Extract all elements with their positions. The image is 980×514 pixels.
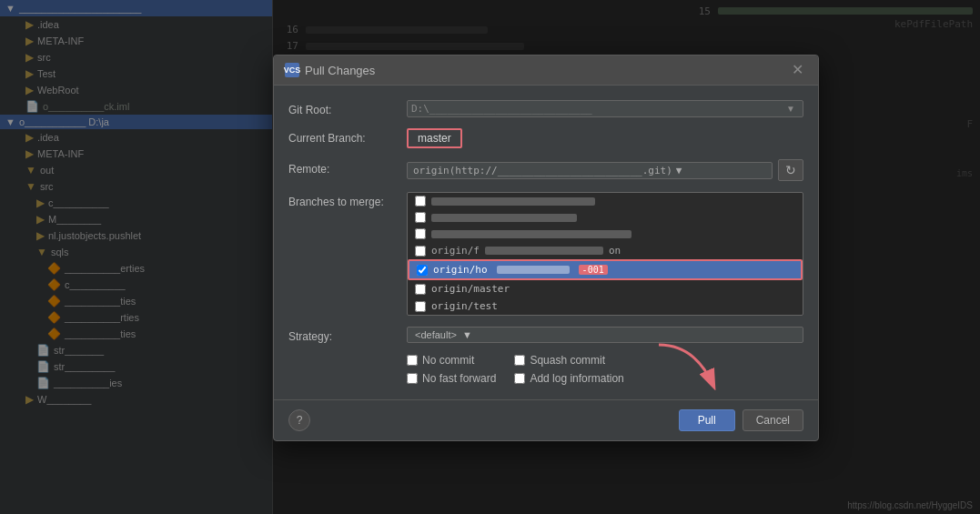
remote-dropdown-icon[interactable]: ▼ bbox=[672, 165, 766, 176]
branch-checkbox-selected[interactable] bbox=[417, 265, 428, 276]
branch-checkbox[interactable] bbox=[415, 196, 426, 207]
branch-name-blurred bbox=[431, 197, 595, 206]
options-group: No commit No fast forward Squash commit bbox=[407, 354, 803, 385]
remote-row: Remote: origin(http://__________________… bbox=[288, 159, 803, 181]
branch-highlight-tag: -001 bbox=[579, 265, 608, 275]
options-row: No commit No fast forward Squash commit bbox=[288, 354, 803, 385]
branch-item[interactable] bbox=[408, 193, 803, 209]
branch-checkbox[interactable] bbox=[415, 284, 426, 295]
remote-value-text: origin(http://________________________.g… bbox=[413, 165, 672, 176]
git-root-control: ▼ bbox=[407, 100, 803, 117]
branch-name-blurred-selected bbox=[497, 266, 570, 274]
branch-name-blurred bbox=[431, 230, 631, 238]
dialog-body: Git Root: ▼ Current Branch: master Remot… bbox=[274, 86, 818, 399]
remote-refresh-button[interactable]: ↻ bbox=[778, 159, 803, 181]
branch-name-visible: origin/test bbox=[431, 300, 498, 312]
git-root-label: Git Root: bbox=[288, 100, 407, 116]
no-fast-forward-option[interactable]: No fast forward bbox=[407, 372, 496, 385]
dialog-title-icon: VCS bbox=[285, 63, 299, 77]
current-branch-row: Current Branch: master bbox=[288, 128, 803, 148]
branch-checkbox[interactable] bbox=[415, 228, 426, 239]
current-branch-label: Current Branch: bbox=[288, 128, 407, 145]
strategy-control: <default> ▼ bbox=[407, 327, 803, 343]
branch-item-selected[interactable]: origin/ho -001 bbox=[408, 259, 803, 280]
branch-name-end: on bbox=[609, 245, 621, 257]
squash-commit-option[interactable]: Squash commit bbox=[514, 354, 623, 367]
options-spacer bbox=[288, 354, 407, 358]
branch-item[interactable] bbox=[408, 209, 803, 226]
branches-control: origin/f on origin/ho -001 bbox=[407, 192, 803, 316]
branch-name-prefix: origin/ho bbox=[433, 264, 488, 276]
options-control: No commit No fast forward Squash commit bbox=[407, 354, 803, 385]
cancel-button[interactable]: Cancel bbox=[743, 409, 803, 431]
dialog-title-bar: VCS Pull Changes ✕ bbox=[274, 55, 818, 86]
branch-item[interactable]: origin/f on bbox=[408, 242, 803, 259]
options-left-group: No commit No fast forward bbox=[407, 354, 496, 385]
strategy-select[interactable]: <default> ▼ bbox=[407, 327, 803, 343]
no-commit-label: No commit bbox=[422, 354, 474, 367]
branches-list[interactable]: origin/f on origin/ho -001 bbox=[407, 192, 803, 316]
help-button[interactable]: ? bbox=[288, 409, 310, 431]
branch-name-blurred bbox=[431, 214, 577, 222]
strategy-row: Strategy: <default> ▼ bbox=[288, 327, 803, 343]
branch-checkbox[interactable] bbox=[415, 212, 426, 223]
branch-item[interactable] bbox=[408, 226, 803, 242]
remote-label: Remote: bbox=[288, 159, 407, 176]
pull-changes-dialog: VCS Pull Changes ✕ Git Root: ▼ Curre bbox=[273, 55, 819, 441]
dialog-close-button[interactable]: ✕ bbox=[788, 63, 807, 77]
dialog-title: VCS Pull Changes bbox=[285, 63, 375, 77]
strategy-label: Strategy: bbox=[288, 327, 407, 343]
strategy-dropdown-icon: ▼ bbox=[462, 329, 472, 340]
no-fast-forward-label: No fast forward bbox=[422, 372, 496, 385]
branch-name-blurred bbox=[485, 247, 603, 255]
git-root-row: Git Root: ▼ bbox=[288, 100, 803, 117]
current-branch-badge: master bbox=[407, 128, 462, 148]
branch-checkbox[interactable] bbox=[415, 246, 426, 257]
branch-name-text: origin/f bbox=[431, 245, 480, 257]
add-log-option[interactable]: Add log information bbox=[514, 372, 623, 385]
git-root-input-wrap[interactable]: ▼ bbox=[407, 100, 803, 117]
squash-commit-label: Squash commit bbox=[530, 354, 605, 367]
dialog-title-text: Pull Changes bbox=[305, 64, 375, 77]
no-commit-checkbox[interactable] bbox=[407, 355, 418, 366]
pull-button[interactable]: Pull bbox=[679, 409, 735, 431]
branch-item[interactable]: origin/test bbox=[408, 297, 803, 315]
add-log-label: Add log information bbox=[530, 372, 623, 385]
branch-name-visible: origin/master bbox=[431, 283, 510, 295]
refresh-icon: ↻ bbox=[785, 163, 796, 177]
no-fast-forward-checkbox[interactable] bbox=[407, 373, 418, 384]
git-root-input[interactable] bbox=[411, 103, 783, 115]
dialog-footer: ? Pull Cancel bbox=[274, 399, 818, 440]
strategy-value: <default> bbox=[415, 329, 457, 340]
vcs-icon-text: VCS bbox=[284, 66, 301, 75]
footer-actions: Pull Cancel bbox=[679, 409, 803, 431]
options-right-group: Squash commit Add log information bbox=[514, 354, 623, 385]
no-commit-option[interactable]: No commit bbox=[407, 354, 496, 367]
remote-row-inner: origin(http://________________________.g… bbox=[407, 159, 803, 181]
branches-row: Branches to merge: bbox=[288, 192, 803, 316]
remote-select-wrap[interactable]: origin(http://________________________.g… bbox=[407, 162, 773, 179]
modal-overlay: VCS Pull Changes ✕ Git Root: ▼ Curre bbox=[0, 0, 980, 514]
branch-checkbox[interactable] bbox=[415, 301, 426, 312]
branches-label: Branches to merge: bbox=[288, 192, 407, 208]
add-log-checkbox[interactable] bbox=[514, 373, 525, 384]
branch-item[interactable]: origin/master bbox=[408, 280, 803, 297]
git-root-dropdown-icon[interactable]: ▼ bbox=[783, 104, 799, 114]
remote-control: origin(http://________________________.g… bbox=[407, 159, 803, 181]
current-branch-control: master bbox=[407, 128, 803, 148]
squash-commit-checkbox[interactable] bbox=[514, 355, 525, 366]
